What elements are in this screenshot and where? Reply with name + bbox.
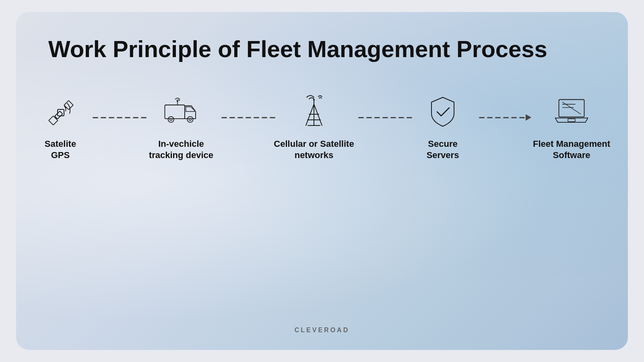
- svg-line-14: [306, 104, 314, 125]
- svg-rect-24: [568, 119, 575, 121]
- page-title: Work Principle of Fleet Management Proce…: [48, 36, 547, 62]
- satellite-icon: [42, 94, 78, 130]
- flow-diagram: Satelite GPS: [48, 94, 596, 161]
- svg-line-23: [563, 102, 581, 114]
- tower-icon: [296, 94, 332, 130]
- step-invehicle-tracking: In-vechicle tracking device: [141, 94, 221, 161]
- main-card: Work Principle of Fleet Management Proce…: [16, 12, 628, 350]
- step-label-satellite-gps: Satelite GPS: [45, 138, 76, 161]
- connector-2: [221, 117, 270, 138]
- shield-icon: [425, 94, 461, 130]
- connector-1: [93, 117, 141, 138]
- svg-point-19: [313, 99, 315, 101]
- step-cellular-satellite: Cellular or Satellite networks: [270, 94, 358, 161]
- svg-line-4: [56, 117, 56, 118]
- step-label-secure-servers: Secure Servers: [427, 138, 459, 161]
- laptop-icon: [553, 94, 590, 130]
- svg-line-15: [314, 104, 322, 125]
- svg-rect-2: [49, 116, 58, 125]
- step-fleet-management-software: Fleet Management Software: [527, 94, 616, 161]
- connector-3: [358, 117, 407, 138]
- step-satellite-gps: Satelite GPS: [28, 94, 93, 161]
- step-label-invehicle: In-vechicle tracking device: [149, 138, 213, 161]
- truck-icon: [163, 94, 199, 130]
- svg-point-9: [187, 117, 193, 122]
- step-label-cellular: Cellular or Satellite networks: [274, 138, 354, 161]
- step-secure-servers: Secure Servers: [407, 94, 479, 161]
- brand-label: CLEVEROAD: [295, 327, 349, 334]
- svg-point-7: [168, 117, 174, 122]
- svg-rect-6: [165, 105, 185, 119]
- connector-4: [479, 114, 527, 141]
- step-label-fleet-software: Fleet Management Software: [533, 138, 610, 161]
